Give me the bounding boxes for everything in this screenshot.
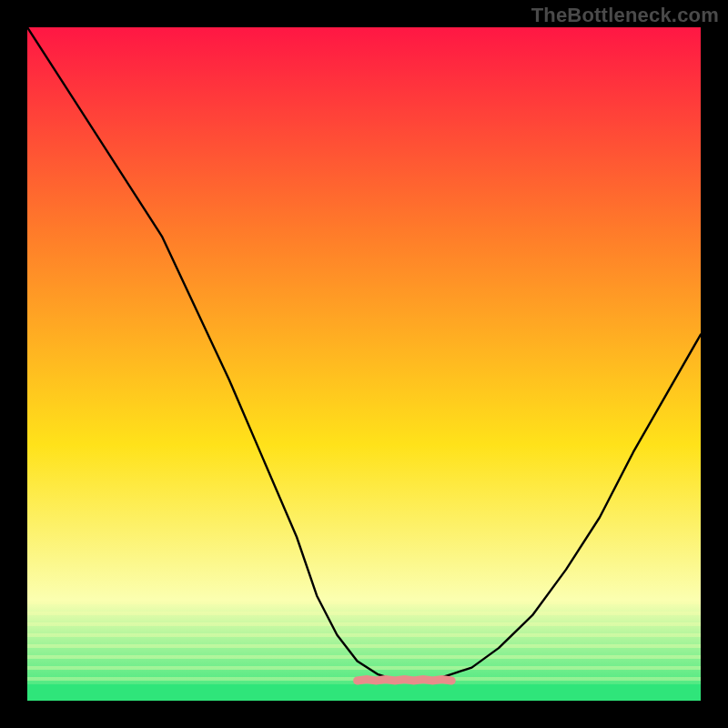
chart-base-strip [27,684,701,701]
svg-rect-3 [27,633,701,637]
curve-floor-highlight [358,680,452,682]
chart-stage: TheBottleneck.com [0,0,728,728]
watermark-text: TheBottleneck.com [531,4,719,27]
svg-rect-2 [27,622,701,626]
svg-rect-1 [27,612,701,615]
svg-rect-0 [27,601,701,604]
svg-rect-4 [27,644,701,648]
chart-svg [27,27,701,701]
chart-gradient-bg [27,27,701,701]
plot-area [27,27,701,701]
svg-rect-5 [27,655,701,659]
